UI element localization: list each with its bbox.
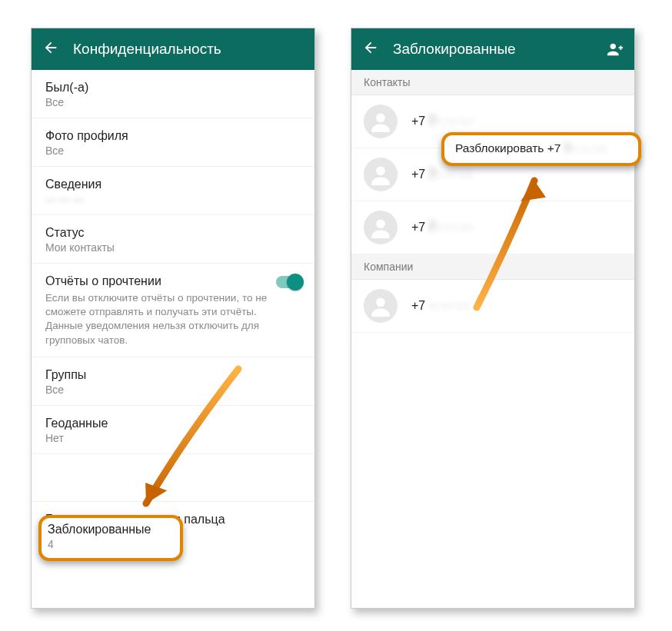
avatar-icon: [364, 158, 398, 191]
item-description: Если вы отключите отчёты о прочтении, то…: [45, 291, 276, 347]
contact-number: +7··· ··· ····: [411, 299, 470, 313]
blocked-company-row[interactable]: +7··· ··· ····: [351, 280, 634, 333]
item-sub: Мои контакты: [45, 241, 301, 254]
item-sub: Все: [45, 144, 301, 157]
avatar-icon: [364, 289, 398, 323]
appbar-title: Конфиденциальность: [73, 41, 304, 58]
svg-point-0: [610, 44, 616, 49]
privacy-item-read-receipts[interactable]: Отчёты о прочтении Если вы отключите отч…: [32, 264, 314, 357]
privacy-item-lastseen[interactable]: Был(-а) Все: [32, 70, 314, 118]
avatar-icon: [364, 211, 398, 244]
item-label: Был(-а): [45, 81, 301, 95]
privacy-item-fingerprint[interactable]: Блокировка отпечатком пальца Отключено: [32, 502, 314, 550]
appbar-privacy: Конфиденциальность: [32, 28, 314, 70]
avatar-icon: [364, 105, 398, 138]
blocked-contact-row[interactable]: +77·· ··· ····: [351, 95, 634, 148]
add-person-icon[interactable]: [607, 41, 624, 58]
back-arrow-icon[interactable]: [362, 39, 379, 59]
blocked-contact-row[interactable]: +77·· ··· ····: [351, 201, 634, 254]
svg-point-3: [376, 220, 385, 229]
item-label: Статус: [45, 226, 301, 240]
svg-point-2: [376, 167, 385, 176]
privacy-item-about[interactable]: Сведения — — —: [32, 167, 314, 215]
item-sub: Отключено: [45, 528, 301, 540]
contact-number: +77·· ··· ····: [411, 115, 473, 128]
read-receipts-toggle[interactable]: [276, 276, 302, 288]
item-label: Отчёты о прочтении: [45, 274, 301, 288]
contact-number: +77·· ··· ····: [411, 168, 473, 181]
blocked-contact-row[interactable]: +77·· ··· ····: [351, 148, 634, 201]
item-sub: Все: [45, 96, 301, 108]
section-header-companies: Компании: [351, 254, 634, 280]
privacy-item-blocked[interactable]: [32, 454, 314, 502]
section-header-contacts: Контакты: [351, 70, 634, 95]
contact-number: +77·· ··· ····: [411, 221, 473, 234]
item-sub: — — —: [45, 193, 301, 205]
item-label: Группы: [45, 368, 301, 382]
privacy-screen: Конфиденциальность Был(-а) Все Фото проф…: [31, 28, 315, 609]
privacy-item-live-location[interactable]: Геоданные Нет: [32, 406, 314, 454]
privacy-item-profile-photo[interactable]: Фото профиля Все: [32, 118, 314, 167]
svg-point-1: [376, 114, 385, 123]
privacy-item-groups[interactable]: Группы Все: [32, 357, 314, 406]
appbar-title: Заблокированные: [393, 41, 593, 58]
privacy-item-status[interactable]: Статус Мои контакты: [32, 215, 314, 264]
item-label: Блокировка отпечатком пальца: [45, 513, 301, 526]
item-label: Сведения: [45, 178, 301, 191]
item-label: Геоданные: [45, 417, 301, 430]
back-arrow-icon[interactable]: [42, 39, 59, 59]
item-sub: Все: [45, 384, 301, 396]
item-sub: Нет: [45, 432, 301, 444]
privacy-list: Был(-а) Все Фото профиля Все Сведения — …: [32, 70, 314, 550]
item-label: Фото профиля: [45, 129, 301, 143]
blocked-screen: Заблокированные Контакты +77·· ··· ···· …: [351, 28, 635, 609]
svg-point-4: [376, 298, 385, 307]
appbar-blocked: Заблокированные: [351, 28, 634, 70]
